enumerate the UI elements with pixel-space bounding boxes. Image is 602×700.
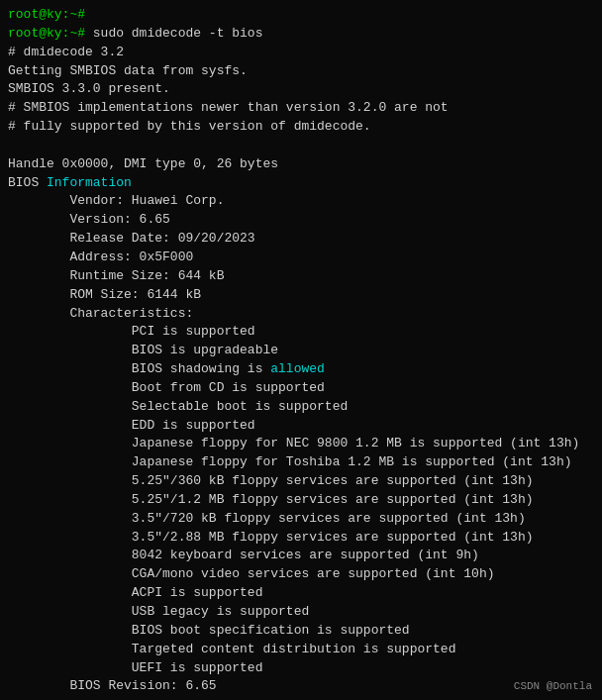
line-uefi: UEFI is supported [8,659,594,678]
line-selectable-boot: Selectable boot is supported [8,398,594,417]
watermark: CSDN @Dontla [514,680,592,692]
line-blank1 [8,137,594,155]
line-release-date: Release Date: 09/20/2023 [8,230,594,249]
line-rom-size: ROM Size: 6144 kB [8,286,594,305]
line-floppy-12mb: 5.25"/1.2 MB floppy services are support… [8,491,594,510]
line-boot-cd: Boot from CD is supported [8,379,594,398]
line-handle1: Handle 0x0000, DMI type 0, 26 bytes [8,155,594,174]
line-pci: PCI is supported [8,323,594,342]
line-bios-revision: BIOS Revision: 6.65 [8,677,594,696]
line-runtime-size: Runtime Size: 644 kB [8,267,594,286]
line-usb: USB legacy is supported [8,603,594,622]
line-edd: EDD is supported [8,417,594,436]
line-version: Version: 6.65 [8,211,594,230]
line-smbios-present: SMBIOS 3.3.0 present. [8,80,594,99]
line-comment2: # SMBIOS implementations newer than vers… [8,99,594,118]
line-upgradeable: BIOS is upgradeable [8,342,594,360]
line-acpi: ACPI is supported [8,584,594,603]
line-characteristics: Characteristics: [8,305,594,324]
line-bios-boot: BIOS boot specification is supported [8,622,594,641]
line-nec-floppy: Japanese floppy for NEC 9800 1.2 MB is s… [8,435,594,453]
line-keyboard: 8042 keyboard services are supported (in… [8,547,594,565]
line-comment3: # fully supported by this version of dmi… [8,118,594,137]
line-floppy-288: 3.5"/2.88 MB floppy services are support… [8,529,594,548]
terminal: root@ky:~# root@ky:~# sudo dmidecode -t … [8,6,594,700]
line-prompt1: root@ky:~# [8,6,594,25]
line-cga: CGA/mono video services are supported (i… [8,565,594,584]
line-bios-info: BIOS Information [8,174,594,193]
line-shadowing: BIOS shadowing is allowed [8,360,594,379]
line-toshiba-floppy: Japanese floppy for Toshiba 1.2 MB is su… [8,453,594,472]
line-floppy-360: 5.25"/360 kB floppy services are support… [8,472,594,491]
line-vendor: Vendor: Huawei Corp. [8,192,594,211]
line-floppy-720: 3.5"/720 kB floppy services are supporte… [8,510,594,529]
line-smbios-data: Getting SMBIOS data from sysfs. [8,62,594,81]
line-cmd1: root@ky:~# sudo dmidecode -t bios [8,25,594,44]
line-targeted: Targeted content distribution is support… [8,641,594,659]
line-address: Address: 0x5F000 [8,249,594,267]
line-comment1: # dmidecode 3.2 [8,44,594,62]
line-blank2 [8,696,594,700]
